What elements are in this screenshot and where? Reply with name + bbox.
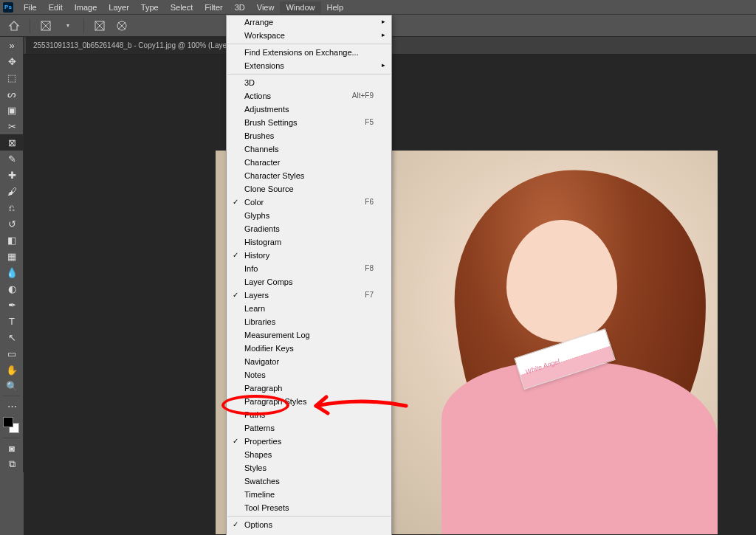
menu-item-shapes[interactable]: Shapes [227, 448, 391, 461]
menu-item-color[interactable]: ColorF6 [227, 196, 391, 209]
menu-item-adjustments[interactable]: Adjustments [227, 103, 391, 116]
menu-item-tool-presets[interactable]: Tool Presets [227, 501, 391, 514]
menu-item-navigator[interactable]: Navigator [227, 355, 391, 368]
object-select-tool[interactable]: ▣ [0, 102, 24, 118]
menu-item-histogram[interactable]: Histogram [227, 235, 391, 249]
toolbar-grip[interactable]: » [0, 37, 24, 53]
menu-item-label: Channels [244, 145, 278, 153]
type-tool[interactable]: T [0, 313, 24, 329]
menu-item-workspace[interactable]: Workspace [227, 29, 391, 42]
menu-item-info[interactable]: InfoF8 [227, 262, 391, 275]
menu-item-paragraph-styles[interactable]: Paragraph Styles [227, 395, 391, 408]
menu-item-label: Gradients [244, 224, 280, 233]
menu-bar: Ps FileEditImageLayerTypeSelectFilter3DV… [0, 0, 756, 15]
lasso-tool[interactable]: ᔕ [0, 86, 24, 102]
menu-item-arrange[interactable]: Arrange [227, 15, 391, 29]
menu-view[interactable]: View [251, 1, 281, 13]
pen-tool[interactable]: ✒ [0, 297, 24, 313]
menu-item-character[interactable]: Character [227, 156, 391, 169]
menu-item-paths[interactable]: Paths [227, 408, 391, 421]
menu-item-label: Arrange [244, 18, 273, 27]
menu-item-label: Character [244, 158, 280, 167]
marquee-tool[interactable]: ⬚ [0, 69, 24, 86]
color-swatches[interactable] [0, 414, 23, 436]
document-tab[interactable]: 25531091313_0b65261448_b - Copy11.jpg @ … [26, 37, 251, 54]
eraser-tool[interactable]: ◧ [0, 232, 24, 248]
menu-item-label: 3D [244, 78, 255, 87]
menu-item-label: Patterns [244, 424, 275, 432]
dodge-tool[interactable]: ◐ [0, 280, 24, 297]
menu-item-tools[interactable]: Tools [227, 531, 391, 535]
menu-item-history[interactable]: History [227, 249, 391, 262]
menu-separator [227, 44, 391, 44]
menu-item-brush-settings[interactable]: Brush SettingsF5 [227, 116, 391, 129]
eyedropper-tool[interactable]: ✎ [0, 151, 24, 167]
menu-item-modifier-keys[interactable]: Modifier Keys [227, 342, 391, 355]
zoom-tool[interactable]: 🔍 [0, 378, 24, 394]
blur-tool[interactable]: 💧 [0, 264, 24, 280]
screen-mode-button[interactable]: ⧉ [0, 456, 24, 472]
menu-item-properties[interactable]: Properties [227, 435, 391, 448]
menu-item-glyphs[interactable]: Glyphs [227, 209, 391, 222]
menu-item-layers[interactable]: LayersF7 [227, 289, 391, 302]
frame-tool-icon[interactable] [39, 19, 52, 32]
gradient-tool[interactable]: ▦ [0, 248, 24, 264]
menu-item-find-extensions-on-exchange[interactable]: Find Extensions on Exchange... [227, 46, 391, 59]
menu-item-character-styles[interactable]: Character Styles [227, 169, 391, 182]
menu-item-paragraph[interactable]: Paragraph [227, 382, 391, 395]
menu-edit[interactable]: Edit [43, 1, 69, 13]
frame-option-2-icon[interactable] [115, 19, 128, 32]
photo-shirt [441, 362, 718, 534]
menu-item-label: History [244, 251, 269, 260]
home-icon[interactable] [7, 19, 21, 32]
menu-item-patterns[interactable]: Patterns [227, 421, 391, 435]
menu-3d[interactable]: 3D [229, 1, 251, 13]
menu-item-label: Styles [244, 463, 267, 472]
menu-item-styles[interactable]: Styles [227, 461, 391, 474]
menu-item-label: Extensions [244, 61, 284, 70]
chevron-down-icon[interactable]: ▾ [61, 19, 75, 32]
rectangle-tool[interactable]: ▭ [0, 345, 24, 362]
menu-select[interactable]: Select [165, 1, 199, 13]
menu-item-actions[interactable]: ActionsAlt+F9 [227, 89, 391, 103]
menu-item-channels[interactable]: Channels [227, 142, 391, 156]
menu-item-timeline[interactable]: Timeline [227, 488, 391, 501]
menu-window[interactable]: Window [280, 1, 320, 13]
menu-item-label: Actions [244, 92, 271, 100]
menu-file[interactable]: File [18, 1, 43, 13]
menu-item-label: Info [244, 264, 258, 273]
menu-item-options[interactable]: Options [227, 518, 391, 531]
menu-layer[interactable]: Layer [103, 1, 135, 13]
clone-tool[interactable]: ⎌ [0, 199, 24, 215]
menu-type[interactable]: Type [135, 1, 165, 13]
menu-item-measurement-log[interactable]: Measurement Log [227, 328, 391, 342]
menu-item-extensions[interactable]: Extensions [227, 59, 391, 72]
menu-item-label: Modifier Keys [244, 344, 294, 353]
menu-image[interactable]: Image [69, 1, 103, 13]
menu-item-learn[interactable]: Learn [227, 302, 391, 315]
foreground-color[interactable] [3, 417, 13, 427]
menu-filter[interactable]: Filter [199, 1, 228, 13]
frame-option-1-icon[interactable] [93, 19, 106, 32]
divider [3, 438, 20, 438]
menu-item-layer-comps[interactable]: Layer Comps [227, 275, 391, 289]
menu-item-libraries[interactable]: Libraries [227, 315, 391, 328]
menu-item-3d[interactable]: 3D [227, 76, 391, 89]
crop-tool[interactable]: ✂ [0, 118, 24, 134]
healing-tool[interactable]: ✚ [0, 167, 24, 183]
menu-item-notes[interactable]: Notes [227, 368, 391, 382]
menu-item-clone-source[interactable]: Clone Source [227, 182, 391, 196]
edit-toolbar-button[interactable]: ⋯ [0, 398, 24, 414]
menu-item-label: Layer Comps [244, 277, 292, 286]
menu-item-swatches[interactable]: Swatches [227, 474, 391, 488]
menu-help[interactable]: Help [321, 1, 350, 13]
path-select-tool[interactable]: ↖ [0, 329, 24, 345]
menu-item-gradients[interactable]: Gradients [227, 222, 391, 235]
quick-mask-button[interactable]: ◙ [0, 440, 24, 456]
brush-tool[interactable]: 🖌 [0, 183, 24, 199]
frame-tool[interactable]: ⊠ [0, 134, 24, 151]
menu-item-brushes[interactable]: Brushes [227, 129, 391, 142]
history-brush-tool[interactable]: ↺ [0, 215, 24, 232]
hand-tool[interactable]: ✋ [0, 362, 24, 378]
move-tool[interactable]: ✥ [0, 53, 24, 69]
